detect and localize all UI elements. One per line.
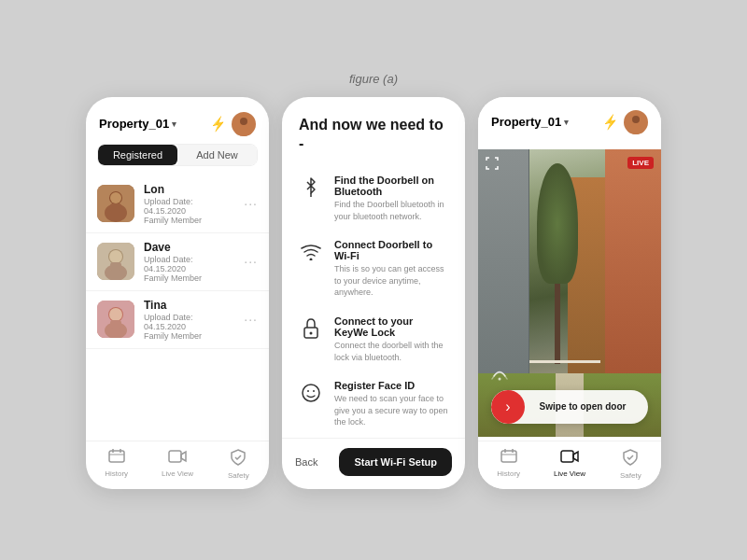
- tab-registered[interactable]: Registered: [98, 145, 177, 165]
- svg-rect-41: [561, 451, 573, 462]
- nav-label-safety: Safety: [228, 471, 249, 480]
- swipe-label: Swipe to open door: [525, 401, 648, 412]
- svg-point-7: [110, 192, 121, 203]
- nav-label-history: History: [105, 469, 128, 478]
- step-title-lock: Connect to your KeyWe Lock: [334, 315, 448, 338]
- step-desc-bluetooth: Find the Doorbell bluetooth in your blue…: [334, 199, 448, 222]
- phone1-property-title[interactable]: Property_01 ▾: [99, 117, 176, 131]
- setup-step-wifi: Connect Doorbell to Wi-Fi This is so you…: [299, 239, 448, 299]
- phone1-header: Property_01 ▾ ⚡: [86, 97, 269, 144]
- phones-container: Property_01 ▾ ⚡ Registered Add New: [86, 97, 661, 489]
- history-icon: [500, 449, 517, 468]
- phone2-footer: Back Start Wi-Fi Setup: [282, 438, 465, 489]
- nav-label-history: History: [497, 469, 520, 478]
- member-options-icon[interactable]: ···: [244, 254, 258, 269]
- list-item[interactable]: Lon Upload Date: 04.15.2020 Family Membe…: [86, 175, 269, 233]
- liveview-icon: [560, 449, 579, 468]
- member-avatar-dave: [97, 243, 134, 280]
- building-left: [478, 149, 529, 379]
- phone3: Property_01 ▾ ⚡: [478, 97, 661, 489]
- swipe-bar[interactable]: › Swipe to open door: [491, 390, 648, 424]
- phone1: Property_01 ▾ ⚡ Registered Add New: [86, 97, 269, 489]
- member-photo-tina: [97, 301, 134, 338]
- member-options-icon[interactable]: ···: [244, 196, 258, 211]
- step-title-bluetooth: Find the Doorbell on Bluetooth: [334, 175, 448, 197]
- history-icon: [108, 449, 125, 468]
- chevron-down-icon: ▾: [564, 118, 569, 127]
- phone3-property-name: Property_01: [491, 115, 561, 129]
- svg-point-29: [303, 385, 319, 401]
- step-desc-wifi: This is so you can get access to your de…: [334, 263, 448, 299]
- phone1-property-name: Property_01: [99, 117, 169, 131]
- start-wifi-button[interactable]: Start Wi-Fi Setup: [339, 448, 452, 476]
- svg-point-34: [632, 116, 640, 123]
- member-photo-dave: [97, 243, 134, 280]
- nav-item-liveview[interactable]: Live View: [539, 449, 599, 480]
- setup-step-faceid: Register Face ID We need to scan your fa…: [299, 380, 448, 428]
- svg-rect-19: [109, 451, 124, 462]
- svg-rect-8: [110, 203, 121, 213]
- step-title-faceid: Register Face ID: [334, 380, 448, 391]
- step-desc-lock: Connect the doorbell with the lock via b…: [334, 340, 448, 363]
- liveview-icon: [168, 449, 187, 468]
- member-list: Lon Upload Date: 04.15.2020 Family Membe…: [86, 175, 269, 441]
- svg-point-30: [307, 390, 309, 392]
- safety-icon: [623, 449, 638, 469]
- member-avatar-tina: [97, 301, 134, 338]
- nav-label-safety: Safety: [620, 471, 641, 480]
- member-name-tina: Tina: [144, 299, 234, 312]
- list-item[interactable]: Tina Upload Date: 04.15.2020 Family Memb…: [86, 291, 269, 349]
- svg-rect-13: [110, 262, 121, 271]
- lightning-icon: ⚡: [209, 115, 228, 133]
- member-options-icon[interactable]: ···: [244, 312, 258, 327]
- phone3-header: Property_01 ▾ ⚡: [478, 97, 661, 142]
- svg-rect-23: [169, 451, 181, 462]
- avatar: [624, 110, 648, 134]
- tree-trunk: [555, 284, 560, 364]
- member-info-tina: Tina Upload Date: 04.15.2020 Family Memb…: [144, 299, 234, 341]
- chevron-down-icon: ▾: [172, 119, 176, 129]
- svg-rect-35: [632, 123, 640, 129]
- bottom-nav: History Live View Safety: [86, 441, 269, 489]
- step-desc-faceid: We need to scan your face to give you a …: [334, 393, 448, 428]
- lightning-icon: ⚡: [601, 113, 620, 131]
- lock-icon: [299, 316, 323, 341]
- svg-point-36: [499, 377, 501, 380]
- tree-crown: [537, 163, 578, 284]
- svg-point-17: [109, 308, 122, 321]
- nav-item-liveview[interactable]: Live View: [147, 449, 207, 480]
- member-name-dave: Dave: [144, 241, 234, 254]
- face-icon: [299, 381, 323, 405]
- nav-label-liveview: Live View: [554, 469, 585, 478]
- fence: [529, 360, 600, 379]
- svg-rect-37: [501, 451, 516, 462]
- signal-icon: [491, 365, 508, 385]
- back-button[interactable]: Back: [295, 456, 317, 468]
- safety-icon: [231, 449, 246, 469]
- bluetooth-icon: [299, 175, 323, 200]
- member-date-dave: Upload Date: 04.15.2020: [144, 255, 234, 273]
- setup-step-lock: Connect to your KeyWe Lock Connect the d…: [299, 315, 448, 363]
- phone2-content: And now we need to - Find the Doorbell o…: [282, 97, 465, 438]
- svg-rect-18: [110, 320, 121, 329]
- svg-point-26: [310, 259, 313, 261]
- tab-row: Registered Add New: [97, 144, 258, 166]
- member-name-lon: Lon: [144, 183, 234, 196]
- list-item[interactable]: Dave Upload Date: 04.15.2020 Family Memb…: [86, 233, 269, 291]
- nav-item-history[interactable]: History: [478, 449, 539, 480]
- tab-add-new[interactable]: Add New: [177, 145, 257, 165]
- svg-point-2: [240, 118, 247, 125]
- avatar: [232, 112, 256, 136]
- phone3-bottom-nav: History Live View Safety: [478, 441, 661, 489]
- setup-step-bluetooth: Find the Doorbell on Bluetooth Find the …: [299, 175, 448, 222]
- member-photo-lon: [97, 185, 134, 222]
- nav-item-safety[interactable]: Safety: [600, 449, 661, 480]
- phone3-property-title[interactable]: Property_01 ▾: [491, 115, 569, 129]
- nav-item-safety[interactable]: Safety: [208, 449, 269, 480]
- member-info-dave: Dave Upload Date: 04.15.2020 Family Memb…: [144, 241, 234, 283]
- nav-item-history[interactable]: History: [86, 449, 147, 480]
- swipe-arrow-icon[interactable]: ›: [491, 390, 525, 424]
- step-text-lock: Connect to your KeyWe Lock Connect the d…: [334, 315, 448, 363]
- step-text-faceid: Register Face ID We need to scan your fa…: [334, 380, 448, 428]
- fullscreen-icon[interactable]: [486, 157, 499, 173]
